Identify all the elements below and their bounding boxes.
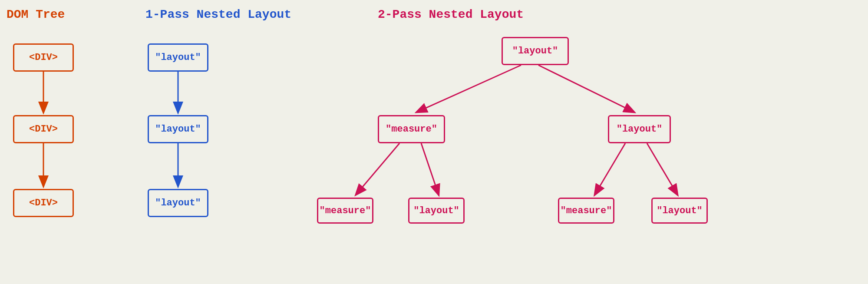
pass2-left: "measure": [378, 115, 445, 143]
svg-line-8: [538, 65, 634, 112]
dom-node-3: <DIV>: [13, 189, 74, 217]
pass2-rl: "measure": [558, 198, 614, 224]
dom-node-1: <DIV>: [13, 43, 74, 72]
svg-line-9: [356, 143, 399, 195]
svg-line-11: [595, 143, 625, 195]
pass2-ll: "measure": [317, 198, 373, 224]
pass1-node-1: "layout": [148, 43, 208, 72]
pass2-root: "layout": [502, 37, 569, 65]
dom-node-2: <DIV>: [13, 115, 74, 143]
svg-line-10: [421, 143, 439, 195]
pass1-node-2: "layout": [148, 115, 208, 143]
pass2-lm: "layout": [408, 198, 465, 224]
diagram-container: DOM Tree 1-Pass Nested Layout 2-Pass Nes…: [0, 0, 868, 284]
title-2pass: 2-Pass Nested Layout: [378, 8, 524, 21]
title-1pass: 1-Pass Nested Layout: [145, 8, 291, 21]
svg-line-12: [647, 143, 677, 195]
svg-line-7: [417, 65, 521, 112]
pass2-rr: "layout": [651, 198, 708, 224]
title-dom: DOM Tree: [7, 8, 65, 21]
pass2-right: "layout": [608, 115, 671, 143]
pass1-node-3: "layout": [148, 189, 208, 217]
